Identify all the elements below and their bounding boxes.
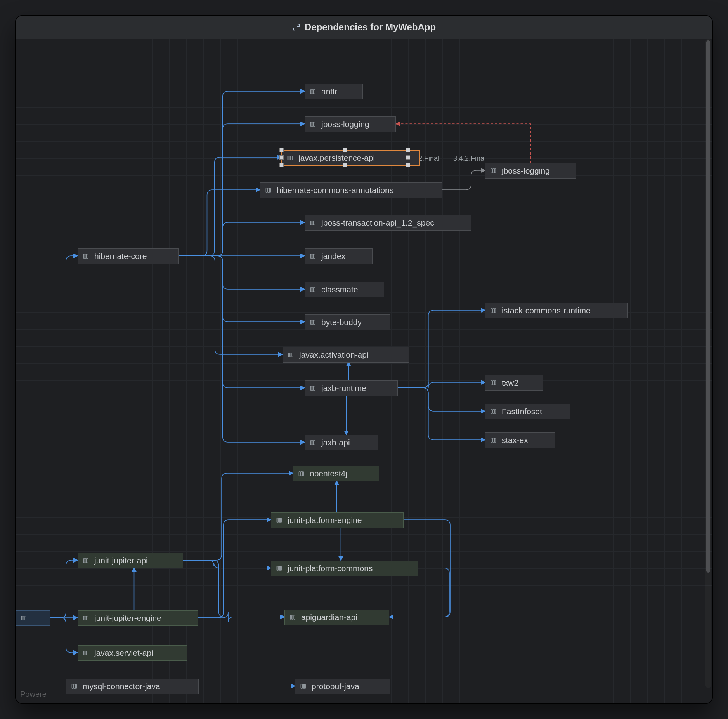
svg-rect-34 (290, 353, 291, 357)
svg-rect-52 (493, 438, 494, 443)
svg-rect-58 (279, 518, 280, 523)
svg-rect-77 (75, 684, 76, 689)
library-icon (83, 557, 90, 564)
vertical-scrollbar[interactable] (705, 39, 711, 688)
library-icon (276, 517, 283, 524)
dep-node-label: protobuf-java (312, 682, 359, 691)
dep-node-label: javax.activation-api (299, 350, 369, 360)
svg-rect-53 (494, 438, 496, 443)
dep-node-javax-servlet[interactable]: javax.servlet-api (78, 645, 187, 661)
library-icon (490, 379, 497, 386)
svg-rect-11 (314, 122, 315, 127)
dep-node-javax-activation[interactable]: javax.activation-api (283, 347, 409, 363)
dependency-edge (50, 560, 78, 618)
svg-rect-63 (290, 615, 291, 620)
dependency-edge (398, 310, 485, 388)
svg-rect-62 (280, 566, 281, 571)
dep-node-label: classmate (321, 285, 358, 294)
dep-node-jboss-logging[interactable]: jboss-logging (305, 116, 396, 132)
diagram-canvas[interactable]: 3.3.2.Final 3.4.2.Final hibernate-core a… (16, 39, 712, 703)
library-icon (71, 683, 78, 690)
selection-handle[interactable] (406, 155, 410, 160)
svg-rect-56 (302, 472, 303, 476)
selection-handle[interactable] (279, 163, 284, 167)
selection-handle[interactable] (343, 163, 347, 167)
dep-node-label: jaxb-api (321, 438, 350, 447)
selection-handle[interactable] (279, 148, 284, 152)
library-icon (298, 470, 305, 477)
dep-node-opentest4j[interactable]: opentest4j (293, 466, 379, 481)
dep-node-javax-persistence[interactable]: javax.persistence-api (281, 150, 420, 166)
dependency-edge (179, 190, 260, 256)
svg-rect-13 (289, 156, 291, 160)
dep-node-apiguardian[interactable]: apiguardian-api (284, 610, 389, 625)
svg-rect-27 (310, 288, 312, 292)
dep-node-label: junit-jupiter-api (94, 556, 148, 565)
svg-rect-61 (279, 566, 280, 571)
svg-rect-12 (288, 156, 289, 160)
dep-node-junit-platform-engine[interactable]: junit-platform-engine (271, 512, 404, 528)
library-icon (310, 219, 317, 226)
dep-node-fastinfo[interactable]: FastInfoset (485, 404, 570, 419)
title-text: Dependencies for MyWebApp (305, 22, 436, 33)
library-icon (310, 319, 317, 326)
svg-rect-46 (493, 381, 494, 385)
dependency-edge (179, 157, 281, 256)
dep-node-label: junit-platform-commons (288, 564, 373, 573)
dep-node-jboss-tx[interactable]: jboss-transaction-api_1.2_spec (305, 215, 471, 231)
dep-node-jaxb-runtime[interactable]: jaxb-runtime (305, 380, 398, 396)
library-icon (310, 88, 317, 95)
svg-rect-75 (72, 684, 73, 689)
library-icon (300, 683, 307, 690)
dep-node-stax-ex[interactable]: stax-ex (485, 432, 555, 448)
svg-rect-5 (87, 254, 88, 259)
svg-rect-73 (85, 651, 87, 655)
svg-rect-4 (85, 254, 87, 259)
dep-node-root[interactable] (16, 610, 50, 626)
svg-rect-59 (280, 518, 281, 523)
dep-node-jboss-logging2[interactable]: jboss-logging (485, 163, 576, 179)
library-icon (310, 121, 317, 128)
selection-handle[interactable] (343, 148, 347, 152)
dep-node-protobuf[interactable]: protobuf-java (295, 679, 390, 694)
dep-node-label: junit-platform-engine (288, 516, 362, 525)
svg-rect-79 (303, 684, 304, 689)
selection-handle[interactable] (406, 163, 410, 167)
diagram-viewport[interactable]: 3.3.2.Final 3.4.2.Final hibernate-core a… (16, 39, 712, 703)
dep-node-label: istack-commons-runtime (502, 306, 591, 315)
dep-node-junit-platform-commons[interactable]: junit-platform-commons (271, 561, 418, 576)
library-icon (289, 614, 296, 621)
dep-node-label: javax.persistence-api (298, 153, 375, 163)
svg-rect-22 (312, 221, 314, 225)
scrollbar-thumb[interactable] (706, 40, 710, 573)
svg-rect-17 (269, 188, 270, 193)
dep-node-byte-buddy[interactable]: byte-buddy (305, 314, 390, 330)
svg-rect-19 (493, 169, 494, 173)
powered-by-text: Powere (20, 690, 47, 699)
dep-node-hibernate-commons[interactable]: hibernate-commons-annotations (260, 182, 442, 198)
dep-node-mysql[interactable]: mysql-connector-java (66, 679, 199, 694)
dep-node-jaxb-api[interactable]: jaxb-api (305, 435, 378, 450)
dep-node-label: hibernate-core (94, 252, 147, 261)
svg-rect-37 (312, 386, 314, 391)
svg-rect-74 (87, 651, 88, 655)
svg-rect-80 (304, 684, 305, 689)
dep-node-antlr[interactable]: antlr (305, 84, 363, 99)
svg-rect-67 (85, 559, 87, 563)
library-icon (83, 253, 90, 260)
selection-handle[interactable] (279, 155, 284, 160)
dependency-edge (398, 382, 485, 388)
dep-node-jandex[interactable]: jandex (305, 248, 373, 264)
svg-rect-51 (491, 438, 492, 443)
svg-rect-8 (314, 90, 315, 94)
svg-rect-3 (83, 254, 85, 259)
dep-node-junit-jupiter-api[interactable]: junit-jupiter-api (78, 553, 183, 568)
dep-node-txw2[interactable]: txw2 (485, 375, 543, 391)
library-icon (21, 615, 28, 622)
dep-node-istack[interactable]: istack-commons-runtime (485, 303, 628, 318)
dep-node-classmate[interactable]: classmate (305, 282, 384, 297)
dep-node-junit-jupiter-engine[interactable]: junit-jupiter-engine (78, 610, 198, 626)
selection-handle[interactable] (406, 148, 410, 152)
dep-node-hibernate-core[interactable]: hibernate-core (78, 248, 179, 264)
svg-rect-16 (268, 188, 269, 193)
